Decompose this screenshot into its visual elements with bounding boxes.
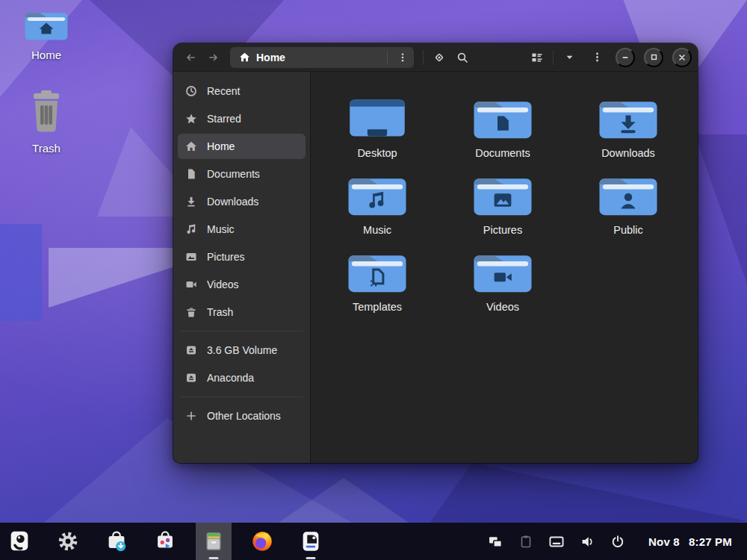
sidebar-item-home[interactable]: Home — [178, 134, 306, 159]
maximize-icon — [651, 55, 656, 60]
pictures-folder-icon — [467, 171, 539, 219]
settings-launcher[interactable] — [50, 523, 86, 560]
sidebar-item-music[interactable]: Music — [178, 217, 306, 242]
window-menu-button[interactable] — [587, 48, 607, 67]
taskbar: Nov 8 8:27 PM — [0, 523, 747, 560]
file-label: Desktop — [357, 147, 397, 159]
power-icon[interactable] — [611, 535, 624, 548]
sidebar-item-label: Music — [207, 223, 235, 235]
clock-date: Nov 8 — [648, 535, 680, 548]
file-videos[interactable]: Videos — [457, 248, 548, 313]
sidebar-item-trash[interactable]: Trash — [178, 299, 306, 325]
sidebar-item-label: Pictures — [207, 251, 245, 263]
music-icon — [185, 223, 197, 235]
list-view-icon — [533, 53, 542, 61]
minimize-icon — [623, 57, 628, 58]
sidebar-item-label: Other Locations — [207, 410, 281, 422]
file-public[interactable]: Public — [583, 171, 674, 236]
desktop-folder-icon — [341, 94, 413, 142]
downloads-folder-icon — [592, 94, 664, 142]
volume-icon[interactable] — [580, 535, 595, 549]
drive-icon — [185, 372, 197, 384]
clock[interactable]: Nov 8 8:27 PM — [648, 535, 732, 548]
installer-launcher[interactable] — [293, 523, 329, 560]
desktop-icon-trash[interactable]: Trash — [12, 88, 81, 155]
sidebar-item-3-6-gb-volume[interactable]: 3.6 GB Volume — [178, 337, 306, 363]
running-indicator — [209, 557, 219, 559]
view-options-button[interactable] — [560, 48, 579, 67]
sidebar-item-documents[interactable]: Documents — [178, 161, 306, 187]
file-label: Videos — [486, 301, 519, 313]
close-button[interactable] — [672, 48, 692, 67]
file-view: Desktop Documents Downloads Music Pictur… — [311, 72, 698, 463]
close-icon — [680, 55, 684, 60]
pathbar-separator — [387, 51, 388, 64]
maximize-button[interactable] — [644, 48, 663, 67]
templates-folder-icon — [341, 248, 413, 296]
sidebar-item-other-locations[interactable]: Other Locations — [178, 403, 306, 429]
documents-folder-icon — [467, 94, 539, 142]
view-toggle-button[interactable] — [527, 48, 547, 67]
sidebar-item-label: Trash — [207, 306, 233, 318]
path-menu-button[interactable] — [394, 49, 412, 66]
file-downloads[interactable]: Downloads — [583, 94, 674, 159]
back-icon — [187, 55, 194, 60]
software-update-launcher[interactable] — [99, 523, 134, 560]
home-icon — [239, 52, 250, 63]
files-icon — [201, 529, 226, 554]
sidebar-item-recent[interactable]: Recent — [178, 78, 306, 104]
file-label: Documents — [475, 147, 530, 159]
software-store-icon — [152, 529, 178, 554]
location-button[interactable] — [430, 48, 449, 67]
clipboard-icon[interactable] — [519, 535, 533, 548]
desktop-icon-label: Trash — [32, 142, 61, 155]
desktop-icon-home[interactable]: Home — [12, 9, 81, 61]
trash-icon — [185, 306, 197, 318]
path-bar[interactable]: Home — [230, 47, 414, 68]
window-switcher-icon[interactable] — [489, 535, 503, 549]
sidebar-item-videos[interactable]: Videos — [178, 272, 306, 297]
minimize-button[interactable] — [616, 48, 635, 67]
document-icon — [185, 168, 197, 180]
software-store-launcher[interactable] — [147, 523, 183, 560]
forward-button[interactable] — [204, 48, 223, 67]
sidebar-item-label: Videos — [207, 279, 239, 290]
file-templates[interactable]: Templates — [332, 248, 423, 313]
file-label: Music — [363, 224, 391, 236]
music-folder-icon — [341, 171, 413, 219]
file-documents[interactable]: Documents — [457, 94, 548, 159]
plus-icon — [185, 410, 197, 422]
path-label: Home — [256, 52, 381, 63]
sidebar-item-pictures[interactable]: Pictures — [178, 244, 306, 270]
file-music[interactable]: Music — [332, 171, 423, 236]
software-update-icon — [104, 529, 129, 554]
file-label: Templates — [353, 301, 402, 313]
sidebar-item-label: Anaconda — [207, 372, 254, 384]
sidebar-item-label: Downloads — [207, 196, 258, 208]
files-launcher[interactable] — [196, 523, 232, 560]
back-button[interactable] — [181, 48, 200, 67]
file-label: Downloads — [601, 147, 655, 159]
caret-down-icon — [566, 56, 572, 59]
videos-icon — [185, 279, 197, 290]
desktop-icon-label: Home — [31, 49, 61, 61]
file-pictures[interactable]: Pictures — [457, 171, 548, 236]
taskbar-apps — [1, 523, 341, 560]
sidebar-divider — [181, 396, 303, 397]
sidebar-item-anaconda[interactable]: Anaconda — [178, 365, 306, 391]
firefox-launcher[interactable] — [244, 523, 280, 560]
pictures-icon — [185, 251, 197, 263]
file-desktop[interactable]: Desktop — [332, 94, 423, 159]
header-separator — [423, 50, 424, 65]
gnome-logo-launcher[interactable] — [1, 523, 37, 560]
search-button[interactable] — [453, 48, 472, 67]
file-grid: Desktop Documents Downloads Music Pictur… — [332, 94, 698, 313]
sidebar-item-starred[interactable]: Starred — [178, 106, 306, 131]
headerbar: Home — [173, 43, 698, 72]
desktop-root: Home Trash Home — [0, 0, 747, 560]
sidebar-item-downloads[interactable]: Downloads — [178, 189, 306, 214]
file-label: Public — [613, 224, 643, 236]
kebab-icon — [596, 53, 598, 62]
keyboard-icon[interactable] — [549, 534, 564, 549]
sidebar-item-label: Starred — [207, 113, 241, 125]
